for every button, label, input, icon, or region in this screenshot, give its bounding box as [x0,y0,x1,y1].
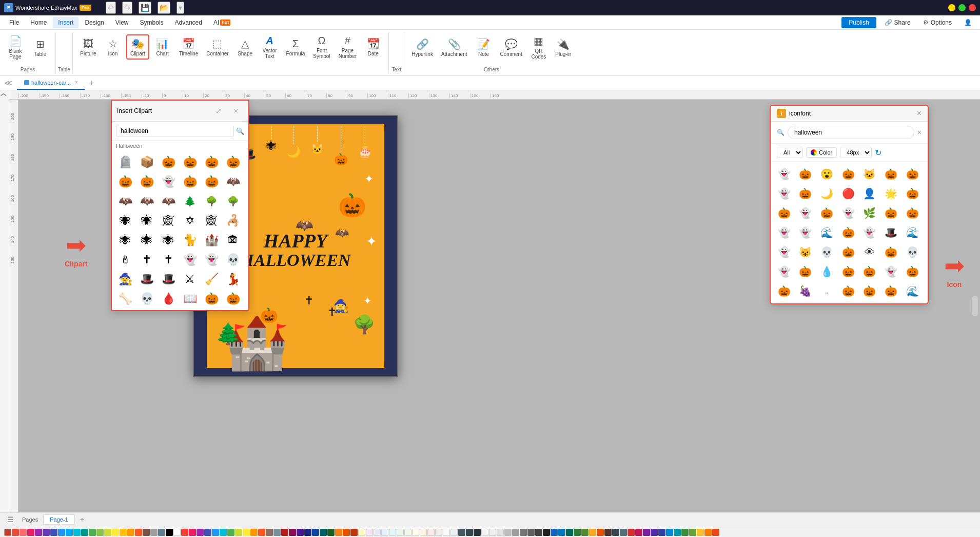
color-swatch-41[interactable] [312,529,319,536]
color-swatch-86[interactable] [658,529,665,536]
color-swatch-82[interactable] [628,529,635,536]
icon-item[interactable]: 👻 [882,262,900,281]
icon-item[interactable]: 🎃 [839,165,857,183]
icon-item[interactable]: 🌿 [860,204,879,222]
clipart-item[interactable]: 👻 [159,172,178,191]
clipart-item[interactable]: 🩸 [159,290,178,308]
icon-item[interactable]: 💀 [903,243,922,261]
clipart-item[interactable]: 🕷 [159,231,178,250]
color-swatch-64[interactable] [489,529,496,536]
icon-item[interactable]: 👻 [796,223,815,242]
iconfont-close-button[interactable]: × [917,109,922,118]
publish-button[interactable]: Publish [841,17,876,28]
color-swatch-17[interactable] [127,529,134,536]
color-swatch-91[interactable] [697,529,704,536]
color-swatch-81[interactable] [620,529,627,536]
color-swatch-38[interactable] [289,529,296,536]
color-swatch-69[interactable] [527,529,535,536]
icon-item[interactable]: 🎃 [839,262,857,281]
undo-button[interactable]: ↩ [106,2,116,14]
icon-item[interactable]: 😺 [796,243,815,261]
icon-item[interactable]: 🌙 [817,184,836,203]
clipart-item[interactable]: 📖 [181,290,199,308]
attachment-button[interactable]: 📎 Attachment [438,36,471,59]
clipart-item[interactable]: 🎃 [224,153,242,171]
icon-item[interactable]: 🎃 [882,204,900,222]
share-button[interactable]: 🔗 Share [880,17,915,28]
color-swatch-74[interactable] [566,529,573,536]
redo-button[interactable]: ↪ [122,2,132,14]
color-swatch-55[interactable] [420,529,427,536]
color-swatch-84[interactable] [643,529,650,536]
clipart-item[interactable]: 📦 [138,153,156,171]
iconfont-size-filter[interactable]: 48px 24px 32px 64px [840,147,872,158]
color-swatch-60[interactable] [458,529,465,536]
clipart-item[interactable]: 🦇 [224,172,242,191]
icon-item[interactable]: ,, [817,282,836,300]
scroll-thumb[interactable] [972,296,978,316]
clipart-item[interactable]: 🎃 [159,153,178,171]
options-button[interactable]: ⚙ Options [919,17,956,28]
clipart-item[interactable]: 🎃 [202,172,221,191]
clipart-item[interactable]: 🕯 [116,251,134,269]
color-swatch-80[interactable] [612,529,619,536]
clipart-item[interactable]: ✝ [138,251,156,269]
color-swatch-6[interactable] [43,529,50,536]
clipart-search-icon[interactable]: 🔍 [236,127,244,135]
icon-item[interactable]: 🎃 [860,262,879,281]
color-swatch-58[interactable] [443,529,450,536]
icon-item[interactable]: 🎃 [839,282,857,300]
color-swatch-68[interactable] [520,529,527,536]
color-swatch-13[interactable] [96,529,104,536]
color-swatch-77[interactable] [589,529,596,536]
icon-item[interactable]: 🎃 [796,262,815,281]
icon-item[interactable]: 🎩 [882,223,900,242]
color-swatch-61[interactable] [466,529,473,536]
icon-item[interactable]: 🎃 [796,165,815,183]
page-tab-1[interactable]: Page-1 [43,514,74,525]
icon-item[interactable]: 👻 [860,223,879,242]
add-page-button[interactable]: + [77,514,87,525]
color-swatch-36[interactable] [273,529,281,536]
color-swatch-65[interactable] [497,529,504,536]
color-swatch-32[interactable] [243,529,250,536]
icon-item[interactable]: 👻 [775,165,793,183]
font-symbol-button[interactable]: Ω FontSymbol [310,33,333,61]
clipart-item[interactable]: 🦇 [116,192,134,210]
clipart-item[interactable]: 🕷 [116,231,134,250]
color-swatch-78[interactable] [597,529,604,536]
color-swatch-19[interactable] [143,529,150,536]
color-swatch-72[interactable] [551,529,558,536]
color-swatch-34[interactable] [258,529,265,536]
icon-item[interactable]: 🎃 [903,165,922,183]
color-swatch-7[interactable] [50,529,57,536]
clipart-item[interactable]: 🕷 [138,231,156,250]
color-swatch-48[interactable] [366,529,373,536]
color-swatch-11[interactable] [81,529,88,536]
clipart-item[interactable]: 🎃 [202,153,221,171]
iconfont-search-input[interactable] [788,126,914,139]
color-swatch-9[interactable] [66,529,73,536]
clipart-item[interactable]: 🦂 [224,212,242,230]
comment-button[interactable]: 💬 Comment [497,36,525,59]
clipart-item[interactable]: 🐈 [181,231,199,250]
clipart-button[interactable]: 🎭 Clipart [126,34,149,60]
color-swatch-63[interactable] [481,529,488,536]
clipart-item[interactable]: 🕸 [159,212,178,230]
icon-item[interactable]: 👻 [796,204,815,222]
color-swatch-22[interactable] [166,529,173,536]
color-swatch-21[interactable] [158,529,165,536]
color-swatch-51[interactable] [389,529,396,536]
color-swatch-10[interactable] [73,529,81,536]
pages-collapse-button[interactable]: ❮ [1,92,8,97]
icon-item[interactable]: 🎃 [817,204,836,222]
icon-item[interactable]: 🍇 [796,282,815,300]
pages-sidebar-toggle[interactable]: ☰ [4,514,17,525]
canvas-viewport[interactable]: ✨ 🎩 🕷 🌙 [18,100,980,512]
clipart-item[interactable]: 🕷 [116,212,134,230]
color-swatch-29[interactable] [220,529,227,536]
color-swatch-5[interactable] [35,529,42,536]
icon-item[interactable]: 🎃 [839,243,857,261]
user-button[interactable]: 👤 [960,17,976,28]
icon-item[interactable]: 👻 [839,204,857,222]
